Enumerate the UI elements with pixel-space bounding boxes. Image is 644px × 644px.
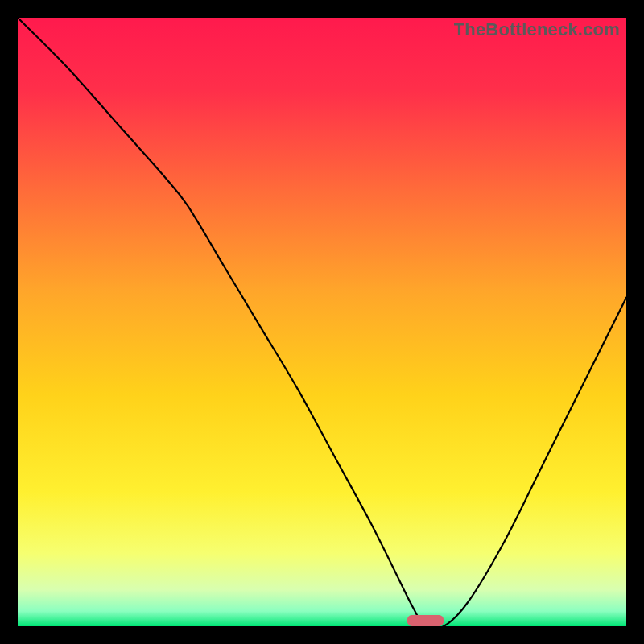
gradient-background — [18, 18, 626, 626]
chart-frame: TheBottleneck.com — [18, 18, 626, 626]
optimal-zone-marker — [407, 615, 444, 626]
bottleneck-chart — [18, 18, 626, 626]
watermark-text: TheBottleneck.com — [454, 19, 620, 40]
